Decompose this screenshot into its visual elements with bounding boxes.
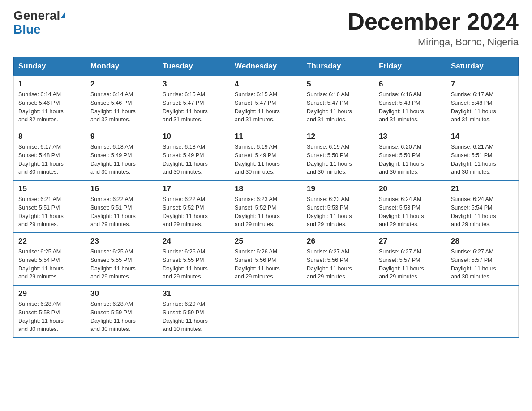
day-number: 24	[163, 237, 225, 246]
day-info: Sunrise: 6:21 AM Sunset: 5:51 PM Dayligh…	[18, 195, 81, 229]
day-number: 4	[235, 80, 297, 89]
calendar-cell: 16 Sunrise: 6:22 AM Sunset: 5:51 PM Dayl…	[86, 180, 158, 233]
day-number: 7	[451, 80, 514, 89]
day-info: Sunrise: 6:23 AM Sunset: 5:53 PM Dayligh…	[307, 195, 369, 229]
day-number: 22	[18, 237, 81, 246]
weekday-header-monday: Monday	[86, 57, 158, 76]
calendar-cell	[446, 285, 519, 338]
calendar-week-3: 15 Sunrise: 6:21 AM Sunset: 5:51 PM Dayl…	[14, 180, 519, 233]
calendar-cell: 18 Sunrise: 6:23 AM Sunset: 5:52 PM Dayl…	[230, 180, 302, 233]
logo-text: General Blue	[13, 9, 65, 37]
logo: General Blue	[13, 9, 65, 37]
day-info: Sunrise: 6:28 AM Sunset: 5:58 PM Dayligh…	[18, 300, 81, 334]
calendar-cell: 2 Sunrise: 6:14 AM Sunset: 5:46 PM Dayli…	[86, 76, 158, 128]
day-info: Sunrise: 6:19 AM Sunset: 5:50 PM Dayligh…	[307, 143, 369, 176]
logo-triangle-icon	[61, 12, 65, 18]
calendar-cell: 3 Sunrise: 6:15 AM Sunset: 5:47 PM Dayli…	[158, 76, 230, 128]
day-info: Sunrise: 6:15 AM Sunset: 5:47 PM Dayligh…	[235, 90, 297, 124]
day-number: 21	[451, 184, 514, 193]
day-info: Sunrise: 6:25 AM Sunset: 5:54 PM Dayligh…	[18, 248, 81, 281]
calendar-cell: 7 Sunrise: 6:17 AM Sunset: 5:48 PM Dayli…	[446, 76, 519, 128]
day-info: Sunrise: 6:14 AM Sunset: 5:46 PM Dayligh…	[90, 90, 153, 124]
day-info: Sunrise: 6:22 AM Sunset: 5:52 PM Dayligh…	[163, 195, 225, 229]
calendar-cell: 5 Sunrise: 6:16 AM Sunset: 5:47 PM Dayli…	[302, 76, 374, 128]
day-info: Sunrise: 6:19 AM Sunset: 5:49 PM Dayligh…	[235, 143, 297, 176]
calendar-cell: 20 Sunrise: 6:24 AM Sunset: 5:53 PM Dayl…	[374, 180, 446, 233]
calendar-cell: 25 Sunrise: 6:26 AM Sunset: 5:56 PM Dayl…	[230, 233, 302, 285]
day-info: Sunrise: 6:15 AM Sunset: 5:47 PM Dayligh…	[163, 90, 225, 124]
calendar-cell	[302, 285, 374, 338]
calendar-cell: 30 Sunrise: 6:28 AM Sunset: 5:59 PM Dayl…	[86, 285, 158, 338]
day-number: 15	[18, 184, 81, 193]
day-number: 16	[90, 184, 153, 193]
day-number: 30	[90, 289, 153, 298]
day-info: Sunrise: 6:18 AM Sunset: 5:49 PM Dayligh…	[90, 143, 153, 176]
calendar-cell: 1 Sunrise: 6:14 AM Sunset: 5:46 PM Dayli…	[14, 76, 86, 128]
day-number: 19	[307, 184, 369, 193]
calendar-cell: 6 Sunrise: 6:16 AM Sunset: 5:48 PM Dayli…	[374, 76, 446, 128]
day-info: Sunrise: 6:25 AM Sunset: 5:55 PM Dayligh…	[90, 248, 153, 281]
day-number: 26	[307, 237, 369, 246]
day-number: 25	[235, 237, 297, 246]
calendar-cell: 12 Sunrise: 6:19 AM Sunset: 5:50 PM Dayl…	[302, 128, 374, 180]
day-number: 20	[379, 184, 442, 193]
calendar-cell: 11 Sunrise: 6:19 AM Sunset: 5:49 PM Dayl…	[230, 128, 302, 180]
day-info: Sunrise: 6:24 AM Sunset: 5:53 PM Dayligh…	[379, 195, 442, 229]
day-number: 2	[90, 80, 153, 89]
calendar-cell: 8 Sunrise: 6:17 AM Sunset: 5:48 PM Dayli…	[14, 128, 86, 180]
day-info: Sunrise: 6:27 AM Sunset: 5:57 PM Dayligh…	[451, 248, 514, 281]
calendar-cell: 26 Sunrise: 6:27 AM Sunset: 5:56 PM Dayl…	[302, 233, 374, 285]
day-info: Sunrise: 6:23 AM Sunset: 5:52 PM Dayligh…	[235, 195, 297, 229]
weekday-header-wednesday: Wednesday	[230, 57, 302, 76]
calendar-week-4: 22 Sunrise: 6:25 AM Sunset: 5:54 PM Dayl…	[14, 233, 519, 285]
day-number: 10	[163, 132, 225, 141]
day-info: Sunrise: 6:20 AM Sunset: 5:50 PM Dayligh…	[379, 143, 442, 176]
day-info: Sunrise: 6:26 AM Sunset: 5:56 PM Dayligh…	[235, 248, 297, 281]
calendar-cell: 10 Sunrise: 6:18 AM Sunset: 5:49 PM Dayl…	[158, 128, 230, 180]
day-info: Sunrise: 6:18 AM Sunset: 5:49 PM Dayligh…	[163, 143, 225, 176]
day-number: 14	[451, 132, 514, 141]
page-header: General Blue December 2024 Miringa, Born…	[13, 9, 519, 48]
calendar-cell: 22 Sunrise: 6:25 AM Sunset: 5:54 PM Dayl…	[14, 233, 86, 285]
day-number: 23	[90, 237, 153, 246]
calendar-header-row: SundayMondayTuesdayWednesdayThursdayFrid…	[14, 57, 519, 76]
day-number: 5	[307, 80, 369, 89]
calendar-cell: 28 Sunrise: 6:27 AM Sunset: 5:57 PM Dayl…	[446, 233, 519, 285]
day-number: 31	[163, 289, 225, 298]
day-info: Sunrise: 6:16 AM Sunset: 5:48 PM Dayligh…	[379, 90, 442, 124]
calendar-table: SundayMondayTuesdayWednesdayThursdayFrid…	[13, 57, 519, 338]
calendar-cell: 4 Sunrise: 6:15 AM Sunset: 5:47 PM Dayli…	[230, 76, 302, 128]
calendar-cell: 17 Sunrise: 6:22 AM Sunset: 5:52 PM Dayl…	[158, 180, 230, 233]
calendar-cell: 29 Sunrise: 6:28 AM Sunset: 5:58 PM Dayl…	[14, 285, 86, 338]
month-title: December 2024	[348, 9, 519, 34]
weekday-header-friday: Friday	[374, 57, 446, 76]
day-info: Sunrise: 6:29 AM Sunset: 5:59 PM Dayligh…	[163, 300, 225, 334]
calendar-week-1: 1 Sunrise: 6:14 AM Sunset: 5:46 PM Dayli…	[14, 76, 519, 128]
calendar-cell	[230, 285, 302, 338]
day-number: 18	[235, 184, 297, 193]
day-number: 27	[379, 237, 442, 246]
day-info: Sunrise: 6:22 AM Sunset: 5:51 PM Dayligh…	[90, 195, 153, 229]
day-number: 13	[379, 132, 442, 141]
weekday-header-tuesday: Tuesday	[158, 57, 230, 76]
calendar-cell	[374, 285, 446, 338]
day-number: 8	[18, 132, 81, 141]
calendar-cell: 15 Sunrise: 6:21 AM Sunset: 5:51 PM Dayl…	[14, 180, 86, 233]
day-info: Sunrise: 6:27 AM Sunset: 5:56 PM Dayligh…	[307, 248, 369, 281]
weekday-header-saturday: Saturday	[446, 57, 519, 76]
calendar-cell: 31 Sunrise: 6:29 AM Sunset: 5:59 PM Dayl…	[158, 285, 230, 338]
calendar-cell: 21 Sunrise: 6:24 AM Sunset: 5:54 PM Dayl…	[446, 180, 519, 233]
calendar-cell: 19 Sunrise: 6:23 AM Sunset: 5:53 PM Dayl…	[302, 180, 374, 233]
calendar-cell: 13 Sunrise: 6:20 AM Sunset: 5:50 PM Dayl…	[374, 128, 446, 180]
logo-general: General	[13, 9, 60, 22]
calendar-cell: 27 Sunrise: 6:27 AM Sunset: 5:57 PM Dayl…	[374, 233, 446, 285]
day-info: Sunrise: 6:24 AM Sunset: 5:54 PM Dayligh…	[451, 195, 514, 229]
calendar-cell: 24 Sunrise: 6:26 AM Sunset: 5:55 PM Dayl…	[158, 233, 230, 285]
day-info: Sunrise: 6:17 AM Sunset: 5:48 PM Dayligh…	[451, 90, 514, 124]
location: Miringa, Borno, Nigeria	[348, 36, 519, 48]
day-info: Sunrise: 6:27 AM Sunset: 5:57 PM Dayligh…	[379, 248, 442, 281]
day-info: Sunrise: 6:26 AM Sunset: 5:55 PM Dayligh…	[163, 248, 225, 281]
calendar-week-2: 8 Sunrise: 6:17 AM Sunset: 5:48 PM Dayli…	[14, 128, 519, 180]
calendar-cell: 23 Sunrise: 6:25 AM Sunset: 5:55 PM Dayl…	[86, 233, 158, 285]
title-section: December 2024 Miringa, Borno, Nigeria	[348, 9, 519, 48]
